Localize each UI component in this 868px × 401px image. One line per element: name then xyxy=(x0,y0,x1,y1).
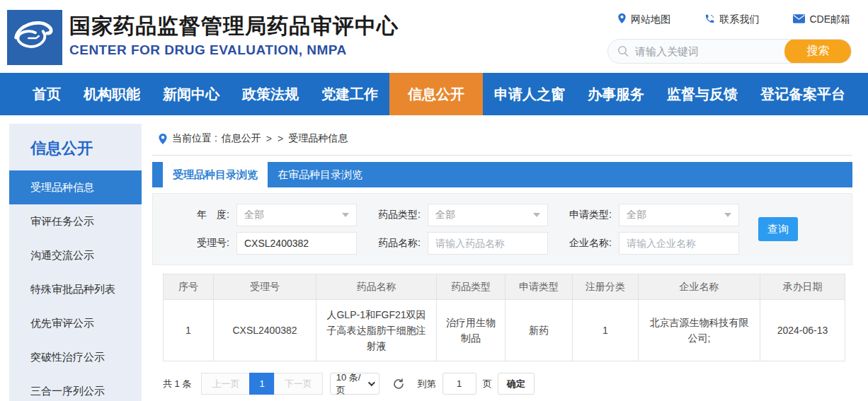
mail-icon xyxy=(793,14,805,25)
tab-under-review-catalog[interactable]: 在审品种目录浏览 xyxy=(268,162,372,187)
page-body: 信息公开 受理品种信息 审评任务公示 沟通交流公示 特殊审批品种列表 优先审评公… xyxy=(0,115,868,401)
col-registration-class: 注册分类 xyxy=(573,274,639,300)
mailbox-link[interactable]: CDE邮箱 xyxy=(793,13,850,26)
acceptance-number-label: 受理号: xyxy=(181,237,229,250)
quick-links: 网站地图 联系我们 CDE邮箱 xyxy=(607,10,852,26)
nav-item-party-building[interactable]: 党建工作 xyxy=(310,73,389,115)
drug-name-input[interactable] xyxy=(428,232,548,255)
drug-type-label: 药品类型: xyxy=(372,209,421,221)
col-drug-type: 药品类型 xyxy=(437,274,506,300)
nav-item-applicant-window[interactable]: 申请人之窗 xyxy=(483,73,576,115)
search-icon xyxy=(617,45,629,57)
year-label: 年 度: xyxy=(181,209,229,221)
application-type-label: 申请类型: xyxy=(564,209,612,221)
sidebar-item-priority-review[interactable]: 优先审评公示 xyxy=(9,306,142,340)
chevron-down-icon xyxy=(342,213,349,217)
drug-type-filter: 药品类型: 全部 xyxy=(372,204,548,226)
application-type-select[interactable]: 全部 xyxy=(619,204,739,226)
col-index: 序号 xyxy=(164,274,214,300)
breadcrumb-section[interactable]: 信息公开 xyxy=(222,132,261,145)
phone-icon xyxy=(704,13,715,26)
tab-bar: 受理品种目录浏览 在审品种目录浏览 xyxy=(152,162,852,187)
sidebar-item-communication[interactable]: 沟通交流公示 xyxy=(9,238,142,272)
col-application-type: 申请类型 xyxy=(506,274,573,300)
search-input[interactable] xyxy=(635,45,784,57)
nav-item-supervision-feedback[interactable]: 监督与反馈 xyxy=(656,73,749,115)
goto-label: 到第 xyxy=(418,378,436,390)
refresh-icon[interactable] xyxy=(392,378,405,390)
search-button[interactable]: 搜索 xyxy=(784,39,852,64)
col-acceptance-date: 承办日期 xyxy=(760,274,845,300)
cell-registration-class: 1 xyxy=(573,300,639,361)
main-content: 当前位置 : 信息公开 > > 受理品种信息 受理品种目录浏览 在审品种目录浏览… xyxy=(152,124,852,395)
company-name-filter: 企业名称: xyxy=(564,232,739,255)
nav-item-organization[interactable]: 机构职能 xyxy=(72,73,152,115)
sitemap-link[interactable]: 网站地图 xyxy=(617,13,670,26)
year-select[interactable]: 全部 xyxy=(236,204,357,226)
cell-drug-name: 人GLP-1和FGF21双因子高表达脂肪干细胞注射液 xyxy=(316,300,437,361)
sitemap-label: 网站地图 xyxy=(631,13,670,26)
sidebar-item-three-in-one[interactable]: 三合一序列公示 xyxy=(9,374,142,401)
breadcrumb-separator: > xyxy=(278,133,283,144)
site-title: 国家药品监督管理局药品审评中心 xyxy=(69,13,399,40)
table-header-row: 序号 受理号 药品名称 药品类型 申请类型 注册分类 企业名称 承办日期 xyxy=(164,274,845,300)
nav-item-news-center[interactable]: 新闻中心 xyxy=(152,73,231,115)
page-size-value: 10 条/页 xyxy=(336,371,368,397)
results-table: 序号 受理号 药品名称 药品类型 申请类型 注册分类 企业名称 承办日期 1 C… xyxy=(163,274,845,361)
site-subtitle: CENTER FOR DRUG EVALUATION, NMPA xyxy=(69,42,399,58)
goto-page-input[interactable] xyxy=(442,373,476,395)
chevron-down-icon xyxy=(533,213,540,217)
filter-panel: 年 度: 全部 药品类型: 全部 申请类型: 全部 xyxy=(152,193,852,265)
sidebar-title: 信息公开 xyxy=(9,124,142,170)
contact-link[interactable]: 联系我们 xyxy=(704,13,759,26)
drug-type-select[interactable]: 全部 xyxy=(428,204,548,226)
acceptance-number-input[interactable] xyxy=(236,232,357,255)
page-size-select[interactable]: 10 条/页 xyxy=(330,373,379,395)
sidebar-item-review-tasks[interactable]: 审评任务公示 xyxy=(9,204,142,238)
company-name-label: 企业名称: xyxy=(564,237,612,250)
breadcrumb-current[interactable]: 受理品种信息 xyxy=(288,132,348,145)
confirm-button[interactable]: 确定 xyxy=(498,373,535,395)
col-acceptance-number: 受理号 xyxy=(214,274,316,300)
nav-item-information-disclosure[interactable]: 信息公开 xyxy=(389,73,483,115)
nav-item-policies[interactable]: 政策法规 xyxy=(231,73,310,115)
sidebar-item-breakthrough-therapy[interactable]: 突破性治疗公示 xyxy=(9,340,142,374)
nav-item-home[interactable]: 首页 xyxy=(21,73,72,115)
current-page-button[interactable]: 1 xyxy=(249,373,274,395)
chevron-down-icon xyxy=(368,379,375,386)
query-button[interactable]: 查询 xyxy=(758,217,798,241)
page-unit-label: 页 xyxy=(483,378,492,390)
drug-name-filter: 药品名称: xyxy=(372,232,548,255)
cell-application-type: 新药 xyxy=(506,300,573,361)
sidebar-item-special-approval-list[interactable]: 特殊审批品种列表 xyxy=(9,272,142,306)
prev-page-button[interactable]: 上一页 xyxy=(201,373,250,395)
drug-name-label: 药品名称: xyxy=(372,237,421,250)
table-row: 1 CXSL2400382 人GLP-1和FGF21双因子高表达脂肪干细胞注射液… xyxy=(164,300,845,361)
contact-label: 联系我们 xyxy=(719,13,759,26)
next-page-button[interactable]: 下一页 xyxy=(274,373,323,395)
sidebar-item-accepted-varieties[interactable]: 受理品种信息 xyxy=(9,170,142,204)
cell-drug-type: 治疗用生物制品 xyxy=(437,300,506,361)
location-pin-icon xyxy=(158,133,168,145)
application-type-filter: 申请类型: 全部 xyxy=(564,204,739,226)
year-select-value: 全部 xyxy=(244,209,264,221)
cell-index: 1 xyxy=(164,300,214,361)
company-name-input[interactable] xyxy=(619,232,739,255)
header-right: 网站地图 联系我们 CDE邮箱 搜索 xyxy=(607,10,852,64)
main-nav: 首页 机构职能 新闻中心 政策法规 党建工作 信息公开 申请人之窗 办事服务 监… xyxy=(0,73,868,115)
breadcrumb: 当前位置 : 信息公开 > > 受理品种信息 xyxy=(152,127,852,156)
tab-accepted-catalog[interactable]: 受理品种目录浏览 xyxy=(163,162,268,187)
pagination: 共 1 条 上一页 1 下一页 10 条/页 到第 页 确定 xyxy=(163,373,852,395)
site-title-block: 国家药品监督管理局药品审评中心 CENTER FOR DRUG EVALUATI… xyxy=(69,10,399,58)
cell-acceptance-number: CXSL2400382 xyxy=(214,300,316,361)
year-filter: 年 度: 全部 xyxy=(181,204,357,226)
cell-company-name: 北京吉源生物科技有限公司; xyxy=(639,300,760,361)
breadcrumb-prefix: 当前位置 : xyxy=(172,132,217,145)
breadcrumb-separator: > xyxy=(266,133,272,144)
total-count: 共 1 条 xyxy=(163,378,191,390)
nav-item-registration-platform[interactable]: 登记备案平台 xyxy=(749,73,857,115)
filter-row-1: 年 度: 全部 药品类型: 全部 申请类型: 全部 xyxy=(181,204,852,226)
col-company-name: 企业名称 xyxy=(639,274,760,300)
nav-item-services[interactable]: 办事服务 xyxy=(576,73,656,115)
acceptance-number-filter: 受理号: xyxy=(181,232,357,255)
